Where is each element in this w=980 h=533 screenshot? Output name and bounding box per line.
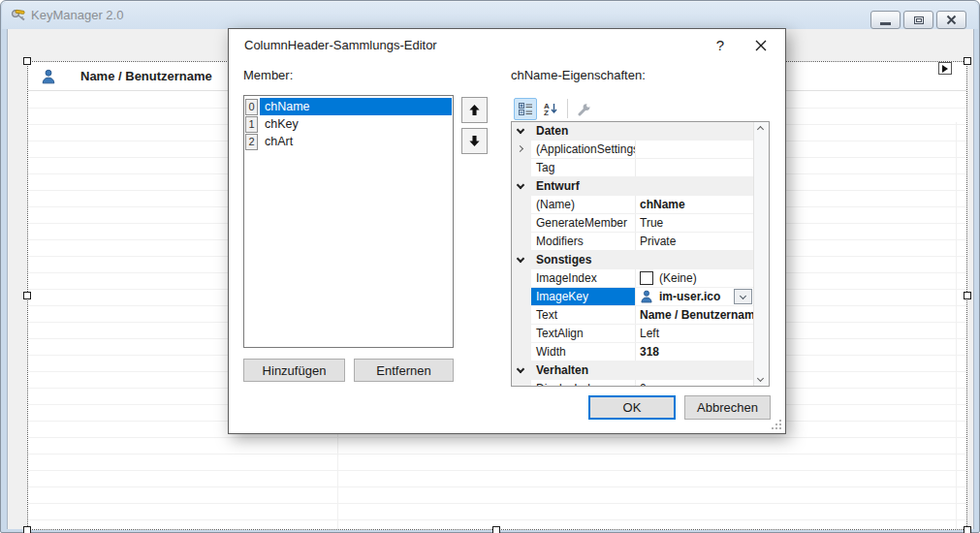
member-item-chKey[interactable]: 1chKey — [244, 115, 453, 133]
category-label: Daten — [536, 124, 568, 138]
pg-row-displayindex[interactable]: DisplayIndex0 — [512, 380, 753, 387]
scroll-up-icon[interactable] — [757, 126, 764, 133]
cancel-button[interactable]: Abbrechen — [684, 395, 771, 420]
categorized-icon — [519, 103, 533, 115]
column-gridline — [956, 122, 957, 529]
member-index: 2 — [245, 134, 258, 150]
alphabetical-sort-button[interactable]: AZ — [539, 98, 562, 120]
property-value[interactable]: chName — [635, 196, 753, 213]
close-icon — [755, 40, 767, 51]
smart-tag-button[interactable] — [938, 62, 952, 75]
pg-category-daten[interactable]: Daten — [512, 122, 753, 141]
pg-row-generatemember[interactable]: GenerateMemberTrue — [512, 214, 753, 233]
pg-row-text[interactable]: TextName / Benutzername — [512, 306, 753, 325]
resize-handle-mid-right[interactable] — [964, 292, 971, 299]
dialog-close-button[interactable] — [750, 36, 772, 55]
window-titlebar[interactable]: KeyManager 2.0 — [2, 2, 978, 29]
member-name: chName — [260, 98, 452, 115]
pg-row-imagekey[interactable]: ImageKeyim-user.ico — [512, 288, 753, 306]
property-name[interactable]: Modifiers — [531, 233, 635, 250]
member-item-chName[interactable]: 0chName — [244, 98, 453, 115]
maximize-button[interactable] — [903, 11, 933, 29]
property-value[interactable]: True — [635, 214, 753, 232]
pg-row-name[interactable]: (Name)chName — [512, 196, 753, 214]
property-name[interactable]: Tag — [531, 159, 635, 176]
property-value[interactable]: Left — [635, 325, 753, 342]
category-label: Entwurf — [536, 179, 580, 193]
property-value[interactable]: Private — [635, 233, 753, 250]
dialog-title: ColumnHeader-Sammlungs-Editor — [244, 29, 437, 61]
arrow-down-icon — [468, 135, 481, 147]
wrench-icon — [577, 103, 591, 116]
pg-row-modifiers[interactable]: ModifiersPrivate — [512, 233, 753, 251]
pg-category-verhalten[interactable]: Verhalten — [512, 361, 753, 380]
resize-handle-bottom-left[interactable] — [23, 526, 31, 533]
property-value-text: True — [640, 214, 663, 232]
property-value[interactable]: 318 — [635, 343, 753, 361]
pg-row-imageindex[interactable]: ImageIndex(Keine) — [512, 269, 753, 288]
member-index: 1 — [245, 116, 258, 133]
user-icon — [640, 290, 653, 303]
pg-indent — [512, 233, 531, 250]
member-list[interactable]: 0chName1chKey2chArt — [243, 95, 454, 348]
resize-handle-bottom-center[interactable] — [492, 526, 500, 533]
category-label: Sonstiges — [536, 253, 591, 266]
property-name[interactable]: Width — [531, 343, 635, 361]
expand-icon[interactable] — [517, 145, 523, 152]
property-pages-button[interactable] — [572, 98, 595, 120]
property-value[interactable]: im-user.ico — [635, 288, 753, 305]
window-controls — [870, 11, 966, 29]
pg-row-applicationsettings[interactable]: (ApplicationSettings) — [512, 141, 753, 159]
minimize-button[interactable] — [870, 11, 901, 29]
property-value[interactable]: (Keine) — [635, 269, 753, 287]
pg-indent — [512, 380, 531, 387]
remove-button[interactable]: Entfernen — [354, 359, 454, 382]
pg-category-sonstiges[interactable]: Sonstiges — [512, 251, 753, 269]
pg-category-entwurf[interactable]: Entwurf — [512, 177, 753, 196]
property-name[interactable]: (ApplicationSettings) — [531, 141, 635, 158]
member-item-chArt[interactable]: 2chArt — [244, 133, 453, 150]
property-name[interactable]: TextAlign — [531, 325, 635, 342]
property-value-text: chName — [640, 196, 685, 213]
move-up-button[interactable] — [461, 97, 488, 123]
member-name: chKey — [260, 115, 453, 133]
dialog-help-button[interactable]: ? — [711, 36, 730, 55]
property-name[interactable]: GenerateMember — [531, 214, 635, 232]
property-grid-scrollbar[interactable] — [753, 122, 769, 386]
pg-indent — [512, 325, 531, 342]
property-value-text: Left — [640, 325, 659, 342]
resize-handle-top-right[interactable] — [964, 57, 971, 65]
property-value[interactable]: 0 — [635, 380, 753, 387]
columnheader-editor-dialog: ColumnHeader-Sammlungs-Editor ? Member: … — [228, 28, 786, 434]
ok-button[interactable]: OK — [588, 395, 676, 420]
property-name[interactable]: Text — [531, 306, 635, 324]
pg-row-textalign[interactable]: TextAlignLeft — [512, 325, 753, 343]
property-name[interactable]: DisplayIndex — [531, 380, 635, 387]
property-value[interactable] — [635, 159, 753, 176]
add-button[interactable]: Hinzufügen — [243, 359, 345, 382]
pg-row-tag[interactable]: Tag — [512, 159, 753, 177]
scroll-down-icon[interactable] — [757, 375, 764, 382]
categorized-view-button[interactable] — [514, 98, 537, 120]
pg-row-width[interactable]: Width318 — [512, 343, 753, 361]
close-button[interactable] — [936, 11, 966, 29]
resize-handle-bottom-right[interactable] — [964, 526, 971, 533]
property-name[interactable]: (Name) — [531, 196, 635, 213]
dialog-resize-grip[interactable] — [772, 420, 781, 429]
imagekey-dropdown-button[interactable] — [734, 289, 752, 304]
property-name[interactable]: ImageIndex — [531, 269, 635, 287]
property-value[interactable]: Name / Benutzername — [635, 306, 753, 324]
toolbar-separator — [567, 99, 568, 118]
property-name[interactable]: ImageKey — [531, 288, 635, 305]
app-window: KeyManager 2.0 Name / Benutzername — [0, 0, 980, 533]
property-value-text: 0 — [640, 380, 647, 387]
resize-handle-top-left[interactable] — [23, 57, 31, 65]
move-down-button[interactable] — [461, 128, 488, 154]
minimize-icon — [880, 22, 891, 25]
property-value[interactable] — [635, 141, 753, 158]
property-value-text: im-user.ico — [659, 288, 720, 305]
maximize-icon — [914, 16, 924, 24]
resize-handle-mid-left[interactable] — [23, 292, 31, 299]
arrow-up-icon — [468, 104, 481, 116]
property-grid[interactable]: Daten(ApplicationSettings)TagEntwurf(Nam… — [511, 121, 770, 387]
